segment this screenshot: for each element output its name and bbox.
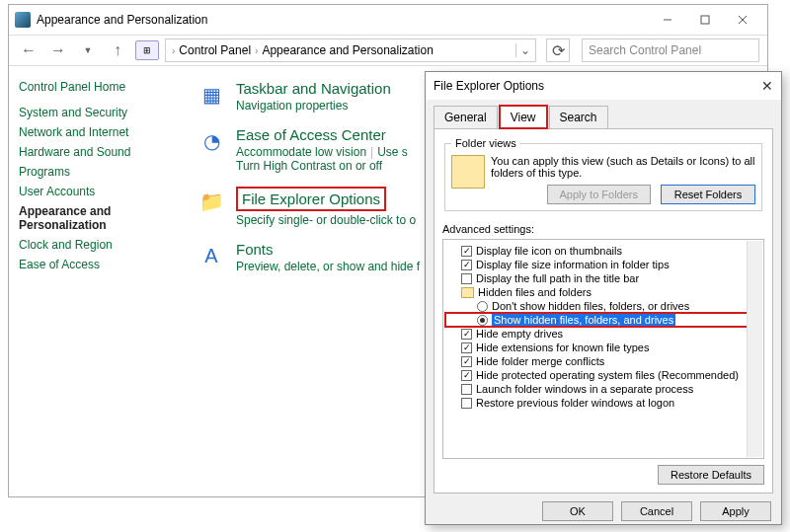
ok-button[interactable]: OK xyxy=(542,501,613,521)
back-button[interactable]: ← xyxy=(17,38,40,62)
sidebar-item[interactable]: Network and Internet xyxy=(19,125,177,139)
folder-views-group: Folder views You can apply this view (su… xyxy=(444,137,762,211)
tree-node[interactable]: ✓Hide folder merge conflicts xyxy=(445,354,761,368)
up-button[interactable]: ↑ xyxy=(106,38,129,62)
advanced-settings-tree[interactable]: ✓Display file icon on thumbnails✓Display… xyxy=(442,239,764,459)
tree-node[interactable]: ✓Display file icon on thumbnails xyxy=(445,244,761,258)
tab-search[interactable]: Search xyxy=(549,106,608,128)
tree-label: Restore previous folder windows at logon xyxy=(476,397,674,409)
file-explorer-options-dialog: File Explorer Options ✕ GeneralViewSearc… xyxy=(425,71,782,525)
restore-defaults-button[interactable]: Restore Defaults xyxy=(658,465,764,485)
tree-node[interactable]: Hidden files and folders xyxy=(445,285,761,299)
tree-node[interactable]: Display the full path in the title bar xyxy=(445,271,761,285)
checkbox-icon[interactable]: ✓ xyxy=(461,356,472,367)
tree-label: Don't show hidden files, folders, or dri… xyxy=(492,300,689,312)
tree-node[interactable]: Launch folder windows in a separate proc… xyxy=(445,382,761,396)
search-placeholder: Search Control Panel xyxy=(589,43,701,57)
chevron-right-icon: › xyxy=(172,45,175,56)
tab-general[interactable]: General xyxy=(434,106,498,128)
radio-icon[interactable] xyxy=(477,301,488,312)
category-title[interactable]: Taskbar and Navigation xyxy=(236,80,391,97)
category-link[interactable]: Accommodate low vision xyxy=(236,145,366,159)
category-link[interactable]: Use s xyxy=(377,145,408,159)
advanced-settings-label: Advanced settings: xyxy=(442,223,764,235)
tree-node[interactable]: Show hidden files, folders, and drives xyxy=(445,313,761,327)
category-title[interactable]: Fonts xyxy=(236,241,420,258)
dialog-tabs: GeneralViewSearch xyxy=(426,100,781,128)
folder-views-icon xyxy=(451,155,485,189)
search-input[interactable]: Search Control Panel xyxy=(582,38,759,62)
cancel-button[interactable]: Cancel xyxy=(621,501,692,521)
category-links: Navigation properties xyxy=(236,99,391,113)
tree-label: Launch folder windows in a separate proc… xyxy=(476,383,693,395)
folder-views-desc: You can apply this view (such as Details… xyxy=(491,155,755,179)
category-link[interactable]: Preview, delete, or show and hide f xyxy=(236,260,420,273)
tree-node[interactable]: ✓Hide extensions for known file types xyxy=(445,341,761,354)
sidebar-head[interactable]: Control Panel Home xyxy=(19,80,177,94)
tree-node[interactable]: ✓Hide empty drives xyxy=(445,327,761,341)
breadcrumb-seg-2[interactable]: Appearance and Personalization xyxy=(262,43,433,57)
forward-button[interactable]: → xyxy=(46,38,70,62)
sidebar-item[interactable]: Ease of Access xyxy=(19,258,177,271)
breadcrumb-seg-1[interactable]: Control Panel xyxy=(179,43,251,57)
window-title: Appearance and Personalization xyxy=(37,13,207,27)
category-links: Specify single- or double-click to o xyxy=(236,213,416,227)
folder-icon xyxy=(461,287,474,298)
reset-folders-button[interactable]: Reset Folders xyxy=(661,185,755,204)
category-icon: 📁 xyxy=(197,187,226,216)
dialog-button-row: OK Cancel Apply xyxy=(426,501,781,531)
tab-view[interactable]: View xyxy=(500,106,547,128)
breadcrumb[interactable]: › Control Panel › Appearance and Persona… xyxy=(165,38,536,62)
tree-node[interactable]: ✓Hide protected operating system files (… xyxy=(445,368,761,382)
checkbox-icon[interactable]: ✓ xyxy=(461,260,472,270)
apply-to-folders-button[interactable]: Apply to Folders xyxy=(547,185,651,204)
minimize-button[interactable] xyxy=(649,8,686,32)
category-links: Preview, delete, or show and hide f xyxy=(236,260,420,273)
sidebar-item[interactable]: Clock and Region xyxy=(19,238,177,252)
dialog-title: File Explorer Options xyxy=(434,79,544,93)
tree-node[interactable]: ✓Display file size information in folder… xyxy=(445,258,761,271)
radio-icon[interactable] xyxy=(477,315,488,326)
title-bar: Appearance and Personalization xyxy=(9,5,767,35)
svg-rect-1 xyxy=(701,16,709,24)
category-links: Accommodate low vision|Use sTurn High Co… xyxy=(236,145,408,173)
sidebar-item[interactable]: Hardware and Sound xyxy=(19,145,177,159)
category-link[interactable]: Navigation properties xyxy=(236,99,348,113)
tree-label: Hide extensions for known file types xyxy=(476,342,649,353)
sidebar: Control Panel Home System and SecurityNe… xyxy=(9,66,187,496)
category-icon: ◔ xyxy=(197,126,226,156)
sidebar-item[interactable]: User Accounts xyxy=(19,185,177,198)
apply-button[interactable]: Apply xyxy=(700,501,771,521)
checkbox-icon[interactable]: ✓ xyxy=(461,370,472,381)
tree-label: Display the full path in the title bar xyxy=(476,272,639,284)
window-icon xyxy=(15,12,31,28)
category-link[interactable]: Specify single- or double-click to o xyxy=(236,213,416,227)
category-icon: A xyxy=(197,241,226,270)
sidebar-item[interactable]: System and Security xyxy=(19,106,177,119)
checkbox-icon[interactable] xyxy=(461,273,472,284)
category-title[interactable]: Ease of Access Center xyxy=(236,126,408,143)
maximize-button[interactable] xyxy=(686,8,724,32)
checkbox-icon[interactable] xyxy=(461,398,472,409)
checkbox-icon[interactable] xyxy=(461,384,472,395)
category-link[interactable]: Turn High Contrast on or off xyxy=(236,159,382,173)
checkbox-icon[interactable]: ✓ xyxy=(461,329,472,340)
scrollbar[interactable] xyxy=(747,241,762,457)
breadcrumb-dropdown[interactable]: ⌄ xyxy=(515,43,529,57)
close-button[interactable] xyxy=(724,8,761,32)
refresh-button[interactable]: ⟳ xyxy=(546,38,570,62)
folder-views-legend: Folder views xyxy=(451,137,520,149)
recent-dropdown[interactable]: ▼ xyxy=(76,38,100,62)
tree-label: Hide empty drives xyxy=(476,328,563,340)
tree-node[interactable]: Don't show hidden files, folders, or dri… xyxy=(445,299,761,313)
category-icon[interactable]: ⊞ xyxy=(135,40,159,60)
sidebar-item[interactable]: Appearance and Personalization xyxy=(19,204,177,232)
dialog-close-button[interactable]: ✕ xyxy=(761,78,773,94)
tree-node[interactable]: Restore previous folder windows at logon xyxy=(445,396,761,410)
category-title[interactable]: File Explorer Options xyxy=(236,187,416,211)
tree-label: Hidden files and folders xyxy=(478,286,592,298)
sidebar-item[interactable]: Programs xyxy=(19,165,177,179)
checkbox-icon[interactable]: ✓ xyxy=(461,342,472,353)
category-icon: ▦ xyxy=(197,80,226,110)
checkbox-icon[interactable]: ✓ xyxy=(461,246,472,257)
